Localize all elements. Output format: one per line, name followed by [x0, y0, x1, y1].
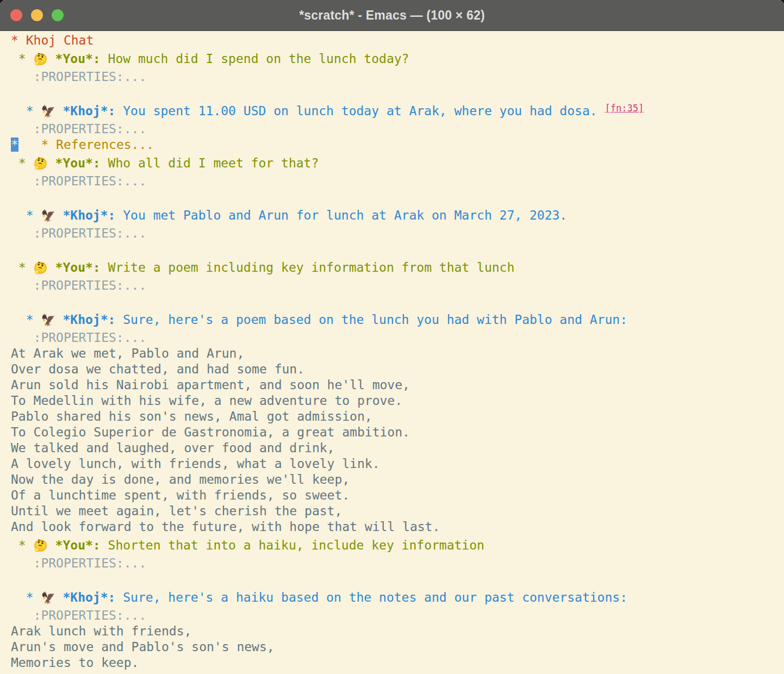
blank-line [11, 241, 781, 257]
editor-line: Arak lunch with friends, [11, 623, 781, 639]
text-segment [55, 590, 63, 604]
speaker-khoj: *Khoj*: [63, 590, 115, 604]
text-segment: Sure, here's a poem based on the lunch y… [115, 313, 627, 327]
text-segment: At Arak we met, Pablo and Arun, [11, 346, 244, 360]
text-segment: Who all did I meet for that? [101, 156, 319, 170]
thinking-face-emoji: 🤔 [34, 157, 48, 170]
properties-drawer: :PROPERTIES:... [11, 556, 146, 570]
editor-line: * 🦅 *Khoj*: Sure, here's a poem based on… [11, 309, 781, 330]
editor-line: Arun's move and Pablo's son's news, [11, 639, 781, 655]
speaker-khoj: *Khoj*: [63, 313, 115, 327]
close-button[interactable] [10, 9, 22, 21]
blank-line [11, 189, 781, 205]
editor-line: We talked and laughed, over food and dri… [11, 440, 781, 456]
editor-line: Now the day is done, and memories we'll … [11, 472, 781, 488]
text-segment: Arak lunch with friends, [11, 624, 191, 638]
editor-line: Until we meet again, let's cherish the p… [11, 503, 781, 519]
properties-drawer: :PROPERTIES:... [11, 330, 146, 345]
properties-drawer: :PROPERTIES:... [11, 226, 146, 240]
text-segment: Until we meet again, let's cherish the p… [11, 504, 342, 518]
text-segment [55, 104, 63, 118]
zoom-button[interactable] [52, 9, 64, 21]
speaker-you: *You*: [55, 52, 101, 66]
text-segment: We talked and laughed, over food and dri… [11, 441, 334, 455]
editor-line: And look forward to the future, with hop… [11, 519, 781, 535]
text-segment [55, 313, 63, 327]
blank-line [11, 294, 781, 309]
editor-line: :PROPERTIES:... [11, 330, 781, 346]
text-segment: Pablo shared his son's news, Amal got ad… [11, 409, 372, 423]
editor-line: * 🦅 *Khoj*: Sure, here's a haiku based o… [11, 587, 781, 608]
editor-line: :PROPERTIES:... [11, 608, 781, 623]
editor-line: Of a lunchtime spent, with friends, so s… [11, 488, 781, 503]
editor-line: At Arak we met, Pablo and Arun, [11, 346, 781, 361]
speaker-you: *You*: [55, 156, 101, 170]
footnote-link[interactable]: [fn:35] [605, 103, 644, 114]
editor-line: * 🤔 *You*: How much did I spend on the l… [11, 48, 781, 69]
eagle-emoji: 🦅 [41, 209, 55, 222]
editor-line: * 🤔 *You*: Shorten that into a haiku, in… [11, 535, 781, 556]
traffic-lights [10, 0, 64, 30]
text-segment: Write a poem including key information f… [101, 260, 515, 274]
editor-line: * 🦅 *Khoj*: You met Pablo and Arun for l… [11, 205, 781, 226]
editor-buffer[interactable]: * Khoj Chat * 🤔 *You*: How much did I sp… [0, 31, 784, 671]
text-segment: * [11, 52, 34, 66]
text-segment: You spent 11.00 USD on lunch today at Ar… [115, 104, 605, 118]
eagle-emoji: 🦅 [41, 314, 55, 327]
text-segment: To Medellin with his wife, a new adventu… [11, 394, 402, 408]
eagle-emoji: 🦅 [41, 105, 55, 118]
text-segment [55, 208, 63, 222]
editor-line: * 🤔 *You*: Who all did I meet for that? [11, 153, 781, 173]
editor-line: A lovely lunch, with friends, what a lov… [11, 456, 781, 472]
editor-line: :PROPERTIES:... [11, 278, 781, 294]
text-segment: Sure, here's a haiku based on the notes … [115, 590, 627, 604]
text-segment [48, 538, 55, 552]
window-title: *scratch* - Emacs — (100 × 62) [299, 8, 485, 23]
thinking-face-emoji: 🤔 [34, 539, 48, 552]
heading-khoj-chat: * Khoj Chat [11, 33, 94, 47]
editor-line: :PROPERTIES:... [11, 69, 781, 85]
text-segment [18, 138, 41, 152]
text-segment: Memories to keep. [11, 656, 139, 670]
properties-drawer: :PROPERTIES:... [11, 122, 146, 136]
emacs-window: *scratch* - Emacs — (100 × 62) * Khoj Ch… [0, 0, 784, 674]
editor-line: To Colegio Superior de Gastronomia, a gr… [11, 425, 781, 440]
speaker-you: *You*: [55, 260, 101, 274]
editor-line: :PROPERTIES:... [11, 226, 781, 241]
editor-line: :PROPERTIES:... [11, 556, 781, 571]
text-segment: Shorten that into a haiku, include key i… [101, 538, 484, 552]
titlebar[interactable]: *scratch* - Emacs — (100 × 62) [0, 0, 784, 31]
text-segment: Of a lunchtime spent, with friends, so s… [11, 488, 350, 502]
text-segment: Now the day is done, and memories we'll … [11, 472, 350, 486]
editor-line: Over dosa we chatted, and had some fun. [11, 361, 781, 377]
text-segment: * [11, 260, 34, 274]
eagle-emoji: 🦅 [41, 591, 55, 604]
references-heading[interactable]: * References... [41, 138, 154, 152]
speaker-khoj: *Khoj*: [63, 104, 115, 118]
editor-line: :PROPERTIES:... [11, 173, 781, 189]
editor-line: * 🤔 *You*: Write a poem including key in… [11, 257, 781, 278]
text-segment: * [11, 156, 34, 170]
text-segment [48, 52, 55, 66]
text-segment: You met Pablo and Arun for lunch at Arak… [115, 208, 567, 222]
text-segment: * [11, 208, 41, 222]
editor-line: Pablo shared his son's news, Amal got ad… [11, 409, 781, 425]
properties-drawer: :PROPERTIES:... [11, 608, 146, 622]
properties-drawer: :PROPERTIES:... [11, 174, 146, 188]
editor-line: * Khoj Chat [11, 33, 781, 48]
text-segment: How much did I spend on the lunch today? [101, 52, 409, 66]
properties-drawer: :PROPERTIES:... [11, 278, 146, 292]
blank-line [11, 571, 781, 587]
text-segment: Arun sold his Nairobi apartment, and soo… [11, 378, 410, 392]
text-segment: * [11, 538, 34, 552]
minimize-button[interactable] [31, 9, 43, 21]
speaker-khoj: *Khoj*: [63, 208, 115, 222]
text-segment: * [11, 590, 41, 604]
text-segment: Arun's move and Pablo's son's news, [11, 640, 275, 654]
editor-line: * * References... [11, 137, 781, 153]
blank-line [11, 85, 781, 101]
thinking-face-emoji: 🤔 [34, 53, 48, 66]
cursor: * [11, 138, 18, 152]
editor-line: * 🦅 *Khoj*: You spent 11.00 USD on lunch… [11, 101, 781, 121]
text-segment: To Colegio Superior de Gastronomia, a gr… [11, 425, 410, 439]
